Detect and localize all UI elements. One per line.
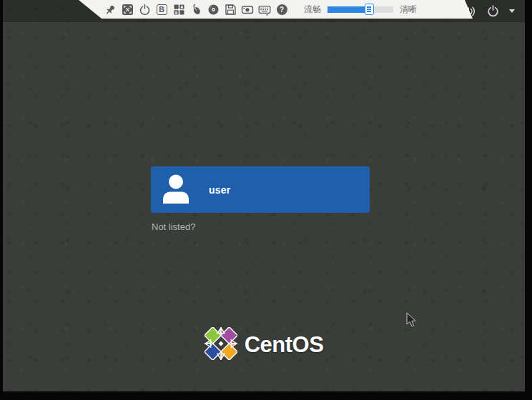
user-tile[interactable]: user	[151, 166, 370, 213]
power-icon[interactable]	[138, 3, 151, 16]
quality-label-sharp: 清晰	[400, 4, 417, 16]
fullscreen-icon[interactable]	[121, 3, 134, 16]
mouse-icon[interactable]	[189, 3, 202, 16]
centos-logo: CentOS	[3, 327, 525, 363]
menu-chevron-icon[interactable]	[509, 9, 515, 13]
pin-icon[interactable]	[104, 3, 117, 16]
screen-record-icon[interactable]	[241, 3, 254, 16]
letterbox-right	[525, 0, 532, 400]
viewer-window: user Not listed?	[0, 0, 532, 400]
help-icon[interactable]: ?	[275, 3, 288, 16]
disc-icon[interactable]	[207, 3, 220, 16]
key-combo-icon[interactable]	[172, 3, 185, 16]
letterbox-bottom	[0, 391, 532, 400]
gdm-status-area	[463, 0, 515, 22]
viewer-toolbar: B	[76, 0, 473, 19]
user-tile-label: user	[209, 184, 230, 196]
quality-slider-track[interactable]	[327, 6, 393, 13]
centos-logo-mark-icon	[205, 327, 237, 363]
user-avatar-icon	[160, 174, 192, 206]
letterbox-left	[0, 0, 3, 400]
quality-label-smooth: 流畅	[304, 4, 321, 16]
boot-b-icon[interactable]: B	[155, 3, 168, 16]
not-listed-link[interactable]: Not listed?	[152, 221, 195, 232]
remote-desktop-screen: user Not listed?	[3, 0, 525, 391]
centos-wordmark: CentOS	[245, 332, 324, 358]
quality-slider-handle[interactable]	[365, 4, 374, 15]
quality-slider-fill	[327, 6, 370, 13]
floppy-save-icon[interactable]	[224, 3, 237, 16]
power-icon[interactable]	[487, 5, 499, 17]
quality-slider: 流畅 清晰	[304, 4, 417, 16]
virtual-keyboard-icon[interactable]	[258, 3, 271, 16]
